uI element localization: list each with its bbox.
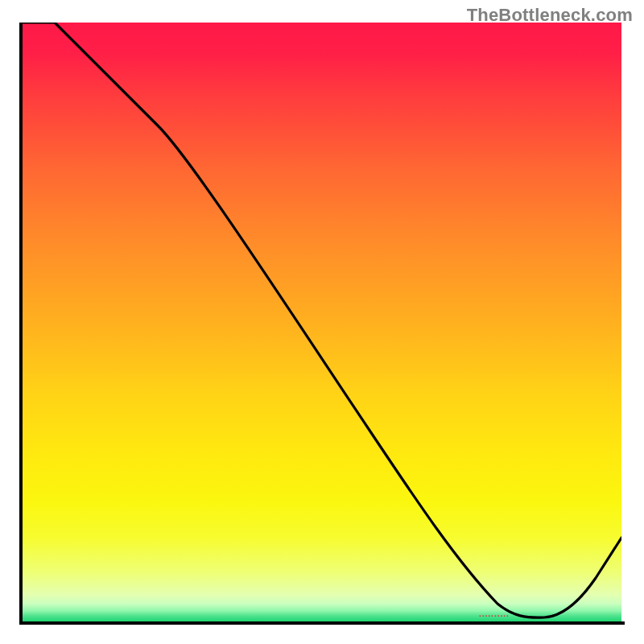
plot-gradient-background — [23, 23, 621, 621]
y-axis-line — [19, 23, 23, 625]
valley-marker: ·········· — [479, 612, 510, 621]
x-axis-line — [19, 621, 625, 625]
chart-canvas: TheBottleneck.com ·········· — [0, 0, 644, 644]
